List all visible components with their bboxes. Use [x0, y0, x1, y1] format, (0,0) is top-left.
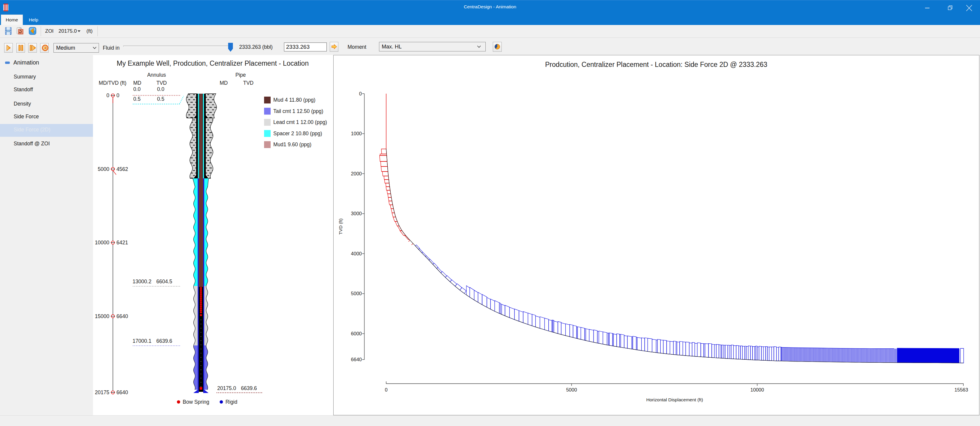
- svg-text:TVD: TVD: [243, 80, 254, 86]
- svg-text:TVD (ft): TVD (ft): [338, 219, 343, 235]
- svg-text:0: 0: [359, 91, 362, 96]
- svg-text:Prodcution, Centralizer Placem: Prodcution, Centralizer Placement - Loca…: [545, 61, 767, 69]
- svg-text:10000: 10000: [750, 387, 764, 392]
- svg-text:5000: 5000: [351, 291, 362, 296]
- svg-text:4562: 4562: [116, 166, 128, 172]
- svg-text:0.0: 0.0: [134, 86, 141, 92]
- svg-text:MD/TVD (ft): MD/TVD (ft): [99, 80, 126, 86]
- svg-text:Annulus: Annulus: [147, 72, 166, 78]
- svg-text:My Example Well, Prodcution, C: My Example Well, Prodcution, Centralizer…: [117, 59, 309, 67]
- svg-text:5000: 5000: [98, 166, 109, 172]
- svg-text:Rigid: Rigid: [226, 399, 237, 405]
- svg-text:15000: 15000: [95, 313, 109, 319]
- svg-text:Pipe: Pipe: [235, 72, 246, 78]
- svg-text:Tail cmt 1 12.50 (ppg): Tail cmt 1 12.50 (ppg): [273, 108, 323, 114]
- svg-text:Mud 4 11.80 (ppg): Mud 4 11.80 (ppg): [273, 97, 315, 103]
- svg-text:0: 0: [385, 387, 387, 392]
- svg-text:5000: 5000: [566, 387, 577, 392]
- svg-text:20175.0: 20175.0: [217, 385, 236, 391]
- svg-text:Spacer 2 10.80 (ppg): Spacer 2 10.80 (ppg): [273, 131, 322, 136]
- svg-text:Mud1 9.60 (ppg): Mud1 9.60 (ppg): [273, 142, 311, 147]
- svg-text:15563: 15563: [955, 387, 968, 392]
- svg-text:TVD: TVD: [157, 80, 167, 86]
- svg-text:4000: 4000: [351, 251, 362, 256]
- svg-text:6639.6: 6639.6: [241, 385, 257, 391]
- svg-text:10000: 10000: [95, 239, 109, 246]
- svg-text:6604.5: 6604.5: [156, 279, 172, 284]
- svg-text:0.5: 0.5: [157, 96, 164, 102]
- svg-text:0.5: 0.5: [134, 96, 140, 102]
- svg-text:Horizontal Displacement (ft): Horizontal Displacement (ft): [646, 397, 703, 402]
- svg-text:17000.1: 17000.1: [132, 338, 151, 344]
- svg-text:0: 0: [116, 93, 119, 98]
- svg-text:0.0: 0.0: [157, 86, 165, 92]
- svg-text:2000: 2000: [351, 171, 362, 176]
- svg-text:6640: 6640: [116, 313, 128, 319]
- svg-text:6421: 6421: [116, 239, 128, 246]
- svg-text:6640: 6640: [351, 357, 362, 362]
- svg-text:3000: 3000: [351, 211, 362, 216]
- svg-text:MD: MD: [220, 80, 228, 86]
- svg-text:0: 0: [107, 93, 109, 98]
- svg-text:20175: 20175: [95, 389, 109, 396]
- svg-text:6640: 6640: [116, 389, 128, 396]
- svg-text:Bow Spring: Bow Spring: [183, 399, 209, 405]
- svg-text:1000: 1000: [351, 131, 362, 136]
- svg-text:Lead cmt 1 12.00 (ppg): Lead cmt 1 12.00 (ppg): [273, 119, 327, 125]
- svg-text:MD: MD: [133, 80, 141, 86]
- svg-text:6639.6: 6639.6: [156, 338, 172, 344]
- svg-text:6000: 6000: [351, 331, 362, 336]
- svg-text:13000.2: 13000.2: [132, 279, 151, 284]
